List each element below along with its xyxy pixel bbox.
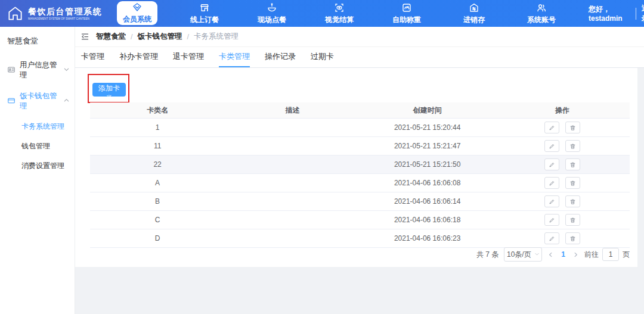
tab-5[interactable]: 操作记录 bbox=[265, 47, 296, 67]
edit-button[interactable] bbox=[544, 122, 559, 133]
cell-card-type-name: 11 bbox=[90, 142, 225, 150]
breadcrumb-item-3: 卡务系统管理 bbox=[194, 32, 239, 42]
nav-item-label: 系统账号 bbox=[527, 15, 556, 25]
cell-created-time: 2021-05-21 15:20:44 bbox=[360, 123, 495, 132]
sidebar-title: 智慧食堂 bbox=[0, 27, 75, 55]
tab-2[interactable]: 补办卡管理 bbox=[119, 47, 158, 67]
accounts-icon bbox=[536, 2, 547, 13]
sidebar-group-label: 用户信息管理 bbox=[20, 60, 59, 80]
nav-item-7[interactable]: 系统账号 bbox=[521, 0, 562, 27]
sidebar-group-2[interactable]: 饭卡钱包管理 bbox=[0, 86, 75, 117]
nav-item-3[interactable]: 现场点餐 bbox=[252, 0, 292, 27]
canteen-house-icon bbox=[7, 5, 23, 21]
cell-actions bbox=[495, 232, 630, 244]
tab-bar: 卡管理补办卡管理退卡管理卡类管理操作记录过期卡 bbox=[75, 47, 644, 68]
cell-actions bbox=[495, 195, 630, 207]
column-header-3: 创建时间 bbox=[360, 105, 495, 116]
cell-card-type-name: A bbox=[90, 179, 225, 187]
card-type-table: 卡类名描述创建时间操作 12021-05-21 15:20:44112021-0… bbox=[90, 102, 630, 248]
cell-card-type-name: B bbox=[90, 197, 225, 206]
next-page-icon[interactable] bbox=[572, 251, 579, 258]
dish-icon bbox=[267, 2, 277, 13]
nav-item-label: 现场点餐 bbox=[258, 15, 286, 25]
sidebar-item-2-1[interactable]: 卡务系统管理 bbox=[0, 117, 75, 136]
cell-created-time: 2021-04-06 16:06:14 bbox=[360, 197, 495, 206]
delete-button[interactable] bbox=[565, 140, 580, 152]
edit-button[interactable] bbox=[544, 177, 559, 189]
nav-item-2[interactable]: 线上订餐 bbox=[184, 0, 225, 27]
chevron-down-icon bbox=[534, 250, 540, 259]
cell-card-type-name: 22 bbox=[90, 160, 225, 169]
cell-created-time: 2021-04-06 16:06:08 bbox=[360, 179, 495, 187]
content-background: 添加卡类 卡类名描述创建时间操作 12021-05-21 15:20:44112… bbox=[75, 68, 644, 314]
goto-page: 前往 页 bbox=[584, 248, 630, 261]
delete-button[interactable] bbox=[565, 158, 580, 170]
tab-4[interactable]: 卡类管理 bbox=[219, 47, 250, 67]
page-number[interactable]: 1 bbox=[559, 250, 567, 259]
tab-3[interactable]: 退卡管理 bbox=[173, 47, 204, 67]
collapse-menu-icon[interactable] bbox=[80, 32, 89, 41]
navbar-account-area: 您好，testadmin 退出登录 bbox=[589, 0, 644, 27]
edit-button[interactable] bbox=[544, 158, 559, 170]
table-row: B2021-04-06 16:06:14 bbox=[90, 192, 630, 211]
table-row: C2021-04-06 16:06:18 bbox=[90, 211, 630, 229]
warehouse-icon bbox=[469, 2, 479, 13]
tab-1[interactable]: 卡管理 bbox=[81, 47, 104, 67]
edit-button[interactable] bbox=[544, 195, 559, 207]
breadcrumb: 智慧食堂/饭卡钱包管理/卡务系统管理 bbox=[96, 32, 239, 42]
cell-actions bbox=[495, 122, 630, 133]
prev-page-icon[interactable] bbox=[547, 251, 554, 258]
sidebar-group-1[interactable]: 用户信息管理 bbox=[0, 55, 75, 86]
sidebar-item-2-3[interactable]: 消费设置管理 bbox=[0, 156, 75, 176]
content-card: 添加卡类 卡类名描述创建时间操作 12021-05-21 15:20:44112… bbox=[75, 68, 637, 267]
breadcrumb-bar: 智慧食堂/饭卡钱包管理/卡务系统管理 bbox=[75, 27, 644, 47]
delete-button[interactable] bbox=[565, 177, 580, 189]
nav-item-1[interactable]: 会员系统 bbox=[117, 1, 157, 25]
gem-icon bbox=[132, 2, 143, 13]
breadcrumb-item-1[interactable]: 智慧食堂 bbox=[96, 32, 126, 42]
delete-button[interactable] bbox=[565, 195, 580, 207]
delete-button[interactable] bbox=[565, 214, 580, 226]
total-count-label: 共 7 条 bbox=[476, 250, 499, 260]
chevron-down-icon bbox=[63, 66, 70, 74]
app-root: 餐饮后台管理系统 MANAGEMENT SYSTEM OF SMART CANT… bbox=[0, 0, 644, 314]
tab-6[interactable]: 过期卡 bbox=[311, 47, 334, 67]
sidebar-group-label: 饭卡钱包管理 bbox=[20, 91, 59, 111]
nav-item-4[interactable]: 视觉结算 bbox=[319, 0, 360, 27]
scale-icon bbox=[401, 2, 412, 13]
sidebar: 智慧食堂 用户信息管理饭卡钱包管理卡务系统管理钱包管理消费设置管理 bbox=[0, 27, 75, 314]
table-row: 222021-05-21 15:21:50 bbox=[90, 156, 630, 174]
table-header-row: 卡类名描述创建时间操作 bbox=[90, 102, 630, 119]
delete-button[interactable] bbox=[565, 232, 580, 244]
logout-button[interactable]: 退出登录 bbox=[642, 4, 644, 23]
id-card-icon bbox=[7, 66, 16, 76]
navbar-menu: 会员系统线上订餐现场点餐视觉结算自助称重进销存系统账号 bbox=[117, 0, 589, 27]
column-header-4: 操作 bbox=[495, 105, 630, 116]
breadcrumb-separator: / bbox=[131, 33, 132, 41]
cell-created-time: 2021-05-21 15:21:50 bbox=[360, 160, 495, 169]
cell-created-time: 2021-04-06 16:06:23 bbox=[360, 234, 495, 243]
edit-button[interactable] bbox=[544, 140, 559, 152]
nav-item-5[interactable]: 自助称重 bbox=[386, 0, 427, 27]
edit-button[interactable] bbox=[544, 214, 559, 226]
breadcrumb-item-2[interactable]: 饭卡钱包管理 bbox=[137, 32, 182, 42]
edit-button[interactable] bbox=[544, 232, 559, 244]
page-size-select[interactable]: 10条/页 bbox=[504, 247, 542, 262]
goto-page-input[interactable] bbox=[602, 248, 619, 261]
table-row: 12021-05-21 15:20:44 bbox=[90, 119, 630, 137]
add-card-type-button[interactable]: 添加卡类 bbox=[92, 83, 126, 97]
cell-actions bbox=[495, 214, 630, 226]
cell-created-time: 2021-04-06 16:06:18 bbox=[360, 216, 495, 224]
cell-card-type-name: 1 bbox=[90, 123, 225, 132]
delete-button[interactable] bbox=[565, 122, 580, 133]
sidebar-item-2-2[interactable]: 钱包管理 bbox=[0, 136, 75, 156]
chevron-up-icon bbox=[63, 97, 70, 105]
logo-text: 餐饮后台管理系统 MANAGEMENT SYSTEM OF SMART CANT… bbox=[28, 7, 107, 21]
nav-item-6[interactable]: 进销存 bbox=[454, 0, 494, 27]
user-greeting: 您好，testadmin bbox=[589, 4, 630, 23]
sidebar-menu: 用户信息管理饭卡钱包管理卡务系统管理钱包管理消费设置管理 bbox=[0, 55, 75, 176]
nav-item-label: 视觉结算 bbox=[325, 15, 354, 25]
column-header-2: 描述 bbox=[225, 105, 360, 116]
storefront-icon bbox=[199, 2, 210, 13]
breadcrumb-separator: / bbox=[187, 33, 188, 41]
